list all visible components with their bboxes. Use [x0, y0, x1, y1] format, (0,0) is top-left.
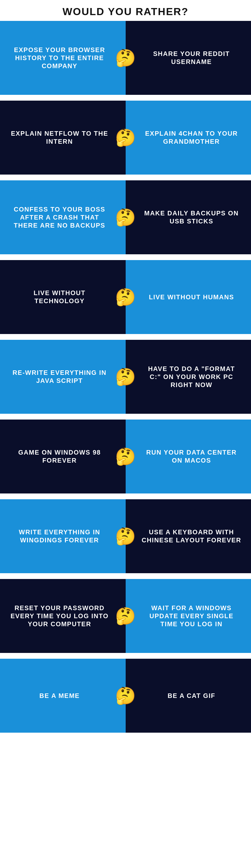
right-card-text-3: LIVE WITHOUT HUMANS: [149, 293, 234, 301]
right-card-5[interactable]: RUN YOUR DATA CENTER ON MACOS: [126, 420, 251, 494]
left-card-text-8: BE A MEME: [39, 692, 80, 700]
pair-row-1: EXPLAIN NETFLOW TO THE INTERN 🤔 EXPLAIN …: [0, 101, 251, 175]
right-card-0[interactable]: SHARE YOUR REDDIT USERNAME: [126, 21, 251, 95]
right-card-text-1: EXPLAIN 4CHAN TO YOUR GRANDMOTHER: [142, 129, 242, 146]
left-card-text-0: EXPOSE YOUR BROWSER HISTORY TO THE ENTIR…: [10, 46, 109, 70]
left-card-text-1: EXPLAIN NETFLOW TO THE INTERN: [10, 129, 109, 146]
left-card-text-2: CONFESS TO YOUR BOSS AFTER A CRASH THAT …: [10, 206, 109, 229]
right-card-4[interactable]: HAVE TO DO A "FORMAT C:" ON YOUR WORK PC…: [126, 340, 251, 414]
right-card-text-4: HAVE TO DO A "FORMAT C:" ON YOUR WORK PC…: [142, 365, 242, 389]
pair-row-7: RESET YOUR PASSWORD EVERY TIME YOU LOG I…: [0, 579, 251, 653]
right-card-text-6: USE A KEYBOARD WITH CHINESE LAYOUT FOREV…: [142, 528, 242, 544]
pair-row-5: GAME ON WINDOWS 98 FOREVER 🤔 RUN YOUR DA…: [0, 420, 251, 494]
right-card-7[interactable]: WAIT FOR A WINDOWS UPDATE EVERY SINGLE T…: [126, 579, 251, 653]
right-card-1[interactable]: EXPLAIN 4CHAN TO YOUR GRANDMOTHER: [126, 101, 251, 175]
pair-row-3: LIVE WITHOUT TECHNOLOGY 🤔 LIVE WITHOUT H…: [0, 260, 251, 334]
right-card-text-2: MAKE DAILY BACKUPS ON USB STICKS: [142, 209, 242, 225]
left-card-4[interactable]: RE-WRITE EVERYTHING IN JAVA SCRIPT: [0, 340, 126, 414]
left-card-1[interactable]: EXPLAIN NETFLOW TO THE INTERN: [0, 101, 126, 175]
left-card-text-7: RESET YOUR PASSWORD EVERY TIME YOU LOG I…: [10, 604, 109, 628]
left-card-text-5: GAME ON WINDOWS 98 FOREVER: [10, 448, 109, 465]
left-card-7[interactable]: RESET YOUR PASSWORD EVERY TIME YOU LOG I…: [0, 579, 126, 653]
right-card-3[interactable]: LIVE WITHOUT HUMANS: [126, 260, 251, 334]
left-card-6[interactable]: WRITE EVERYTHING IN WINGDINGS FOREVER: [0, 499, 126, 573]
pair-row-0: EXPOSE YOUR BROWSER HISTORY TO THE ENTIR…: [0, 21, 251, 95]
right-card-text-5: RUN YOUR DATA CENTER ON MACOS: [142, 448, 242, 465]
pair-row-8: BE A MEME 🤔 BE A CAT GIF: [0, 659, 251, 733]
pair-row-2: CONFESS TO YOUR BOSS AFTER A CRASH THAT …: [0, 180, 251, 254]
right-card-text-8: BE A CAT GIF: [168, 692, 215, 700]
right-card-text-0: SHARE YOUR REDDIT USERNAME: [142, 50, 242, 66]
pair-row-4: RE-WRITE EVERYTHING IN JAVA SCRIPT 🤔 HAV…: [0, 340, 251, 414]
right-card-6[interactable]: USE A KEYBOARD WITH CHINESE LAYOUT FOREV…: [126, 499, 251, 573]
left-card-2[interactable]: CONFESS TO YOUR BOSS AFTER A CRASH THAT …: [0, 180, 126, 254]
right-card-2[interactable]: MAKE DAILY BACKUPS ON USB STICKS: [126, 180, 251, 254]
right-card-8[interactable]: BE A CAT GIF: [126, 659, 251, 733]
left-card-3[interactable]: LIVE WITHOUT TECHNOLOGY: [0, 260, 126, 334]
left-card-text-4: RE-WRITE EVERYTHING IN JAVA SCRIPT: [10, 369, 109, 385]
left-card-8[interactable]: BE A MEME: [0, 659, 126, 733]
left-card-text-6: WRITE EVERYTHING IN WINGDINGS FOREVER: [10, 528, 109, 544]
pair-row-6: WRITE EVERYTHING IN WINGDINGS FOREVER 🤔 …: [0, 499, 251, 573]
left-card-text-3: LIVE WITHOUT TECHNOLOGY: [10, 289, 109, 305]
right-card-text-7: WAIT FOR A WINDOWS UPDATE EVERY SINGLE T…: [142, 604, 242, 628]
left-card-0[interactable]: EXPOSE YOUR BROWSER HISTORY TO THE ENTIR…: [0, 21, 126, 95]
left-card-5[interactable]: GAME ON WINDOWS 98 FOREVER: [0, 420, 126, 494]
page-title: WOULD YOU RATHER?: [0, 0, 251, 21]
